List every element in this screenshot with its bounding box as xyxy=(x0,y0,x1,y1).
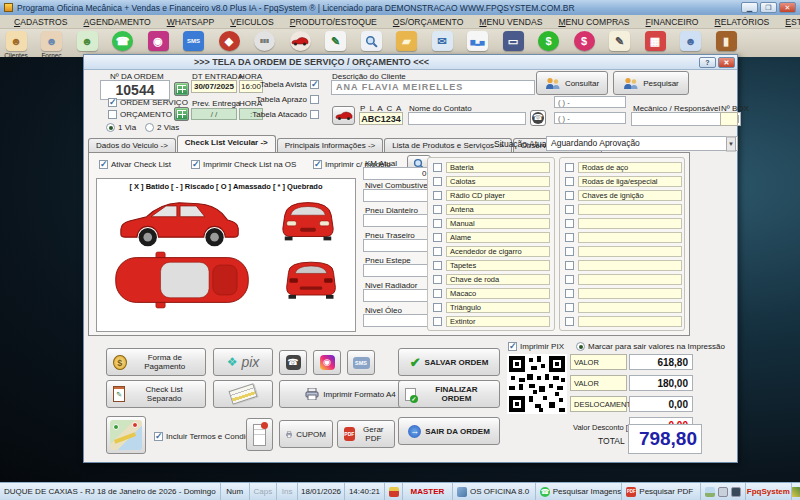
checklist-col1-item-2[interactable]: Calotas xyxy=(433,176,550,187)
order-type-quote[interactable]: ORÇAMENTO xyxy=(108,110,172,119)
checklist-col2-item-3[interactable]: Chaves de ignição xyxy=(565,190,682,201)
map-button[interactable] xyxy=(106,416,146,454)
chart-icon-button[interactable]: ▆▂▅ xyxy=(467,31,489,51)
checklist-col1-item-11[interactable]: Triângulo xyxy=(433,302,550,313)
checklist-col2-item-9[interactable] xyxy=(565,274,682,285)
one-copy-radio[interactable] xyxy=(106,123,115,132)
checklist-col2-item-6[interactable] xyxy=(565,232,682,243)
entry-date-field[interactable]: 30/07/2025 xyxy=(191,80,237,93)
table-green-icon[interactable] xyxy=(174,82,189,96)
print-checklist-option[interactable]: Imprimir Check List na OS xyxy=(191,160,296,169)
restore-button[interactable]: ❐ xyxy=(760,2,777,13)
menu-menu-vendas[interactable]: MENU VENDAS xyxy=(471,17,550,27)
menu-cadastros[interactable]: CADASTROS xyxy=(6,17,76,27)
print-pix-option[interactable]: Imprimir PIX xyxy=(508,342,564,351)
cheque-icon-button[interactable]: ✎ xyxy=(609,31,631,51)
menu-agendamento[interactable]: AGENDAMENTO xyxy=(76,17,159,27)
menu-veiculos[interactable]: VEICULOS xyxy=(222,17,281,27)
checklist-col1-item-4[interactable]: Antena xyxy=(433,204,550,215)
whatsapp-icon-button[interactable]: ☎ xyxy=(112,31,134,51)
help-icon[interactable]: ? xyxy=(699,57,716,68)
exit-order-button[interactable]: → SAIR DA ORDEM xyxy=(398,417,500,445)
current-status-select[interactable]: Aguardando Aprovação xyxy=(546,136,738,151)
box-number-field[interactable] xyxy=(720,112,738,126)
checklist-col2-item-7[interactable] xyxy=(565,246,682,257)
employees-icon-button[interactable]: ☻ xyxy=(76,31,98,51)
vehicle-icon-button[interactable] xyxy=(289,31,311,51)
checklist-col1-item-1[interactable]: Bateria xyxy=(433,162,550,173)
checklist-col2-item-5[interactable] xyxy=(565,218,682,229)
price-table-option-3[interactable]: Tabela Atacado xyxy=(267,110,319,119)
menu-produto-estoque[interactable]: PRODUTO/ESTOQUE xyxy=(282,17,385,27)
quote-checkbox[interactable] xyxy=(108,110,117,119)
clients-icon-button[interactable]: ☻Clientes xyxy=(5,31,27,59)
search-client-button[interactable]: Pesquisar xyxy=(613,71,689,95)
search-images-button[interactable]: ☎Pesquisar Imagens xyxy=(536,483,623,500)
checklist-col1-item-3[interactable]: Rádio CD player xyxy=(433,190,550,201)
coupon-button[interactable]: CUPOM xyxy=(279,420,333,448)
car-side-view[interactable] xyxy=(113,193,245,249)
price-table-option-2[interactable]: Tabela Aprazo xyxy=(267,95,319,104)
checklist-col1-item-10[interactable]: Macaco xyxy=(433,288,550,299)
generate-pdf-button[interactable]: PDF Gerar PDF xyxy=(337,420,395,448)
whatsapp-contact-button[interactable]: ☎ xyxy=(530,110,546,126)
search-pdf-button[interactable]: PDFPesquisar PDF xyxy=(622,483,701,500)
money-out-icon-button[interactable]: $ xyxy=(573,31,595,51)
activate-checklist-option[interactable]: Ativar Check List xyxy=(99,160,171,169)
car-top-view[interactable] xyxy=(112,250,252,310)
suppliers-icon-button[interactable]: ☻Fornec xyxy=(41,31,63,59)
sales-bag-icon-button[interactable]: ◆ xyxy=(218,31,240,51)
vehicle-button[interactable] xyxy=(332,106,355,125)
tab-2[interactable]: Check List Veicular -> xyxy=(177,135,276,152)
card-icon-button[interactable]: ▭ xyxy=(502,31,524,51)
checklist-col2-item-1[interactable]: Rodas de aço xyxy=(565,162,682,173)
car-rear-view[interactable] xyxy=(281,254,341,306)
consult-button[interactable]: Consultar xyxy=(536,71,608,95)
tab-3[interactable]: Principais Informações -> xyxy=(277,138,383,152)
separate-checklist-button[interactable]: ✎ Check List Separado xyxy=(106,380,206,408)
receipt-button[interactable] xyxy=(246,418,273,451)
checklist-col2-item-4[interactable] xyxy=(565,204,682,215)
checklist-col2-item-10[interactable] xyxy=(565,288,682,299)
checklist-col1-item-5[interactable]: Manual xyxy=(433,218,550,229)
menu-menu-compras[interactable]: MENU COMPRAS xyxy=(550,17,637,27)
sms-share-button[interactable]: SMS xyxy=(347,350,375,375)
sms-icon-button[interactable]: SMS xyxy=(183,31,205,51)
cheque-button[interactable] xyxy=(213,380,273,408)
payment-method-button[interactable]: $ Forma de Pagamento xyxy=(106,348,206,376)
two-copies-radio[interactable] xyxy=(145,123,154,132)
service-order-checkbox[interactable] xyxy=(108,98,117,107)
phone2-field[interactable]: ( ) - xyxy=(554,112,626,124)
barcode-icon-button[interactable]: ‖‖‖ xyxy=(254,31,276,51)
menu-os-or-amento[interactable]: OS/ORÇAMENTO xyxy=(385,17,472,27)
calendar-icon-button[interactable]: ▦ xyxy=(644,31,666,51)
table-green-icon-2[interactable] xyxy=(174,107,189,121)
checklist-col2-item-2[interactable]: Rodas de liga/especial xyxy=(565,176,682,187)
order-clipboard-icon-button[interactable]: ✎ xyxy=(325,31,347,51)
menu-whatsapp[interactable]: WHATSAPP xyxy=(159,17,223,27)
show-values-option[interactable]: Marcar para sair valores na Impressão xyxy=(576,342,725,351)
menu-financeiro[interactable]: FINANCEIRO xyxy=(638,17,707,27)
menu-estatistica[interactable]: ESTATISTICA xyxy=(777,17,800,27)
plate-field[interactable]: ABC1234 xyxy=(359,112,403,125)
copies-radios[interactable]: 1 Via 2 Vias xyxy=(106,123,179,132)
whatsapp-share-button[interactable]: ☎ xyxy=(279,350,307,375)
checklist-col1-item-12[interactable]: Extintor xyxy=(433,316,550,327)
instagram-icon-button[interactable]: ◉ xyxy=(147,31,169,51)
checklist-col1-item-6[interactable]: Alame xyxy=(433,232,550,243)
tab-1[interactable]: Dados do Veiculo -> xyxy=(88,138,176,152)
car-front-view[interactable] xyxy=(277,195,339,247)
mail-icon-button[interactable]: ✉ xyxy=(431,31,453,51)
save-order-button[interactable]: ✔ SALVAR ORDEM xyxy=(398,348,500,376)
client-field[interactable]: ANA FLAVIA MEIRELLES xyxy=(331,80,535,95)
checklist-col2-item-11[interactable] xyxy=(565,302,682,313)
close-icon[interactable]: ✕ xyxy=(718,57,735,68)
tab-4[interactable]: Lista de Produtos e Serviços -> xyxy=(384,138,511,152)
user-session-icon-button[interactable]: ☻ xyxy=(680,31,702,51)
search-document-icon-button[interactable] xyxy=(360,31,382,51)
instagram-share-button[interactable]: ◉ xyxy=(313,350,341,375)
price-table-option-1[interactable]: Tabela Avista xyxy=(267,80,319,89)
delivery-forecast-field[interactable]: / / xyxy=(191,108,237,120)
close-button[interactable]: ✕ xyxy=(779,2,796,13)
phone1-field[interactable]: ( ) - xyxy=(554,96,626,108)
